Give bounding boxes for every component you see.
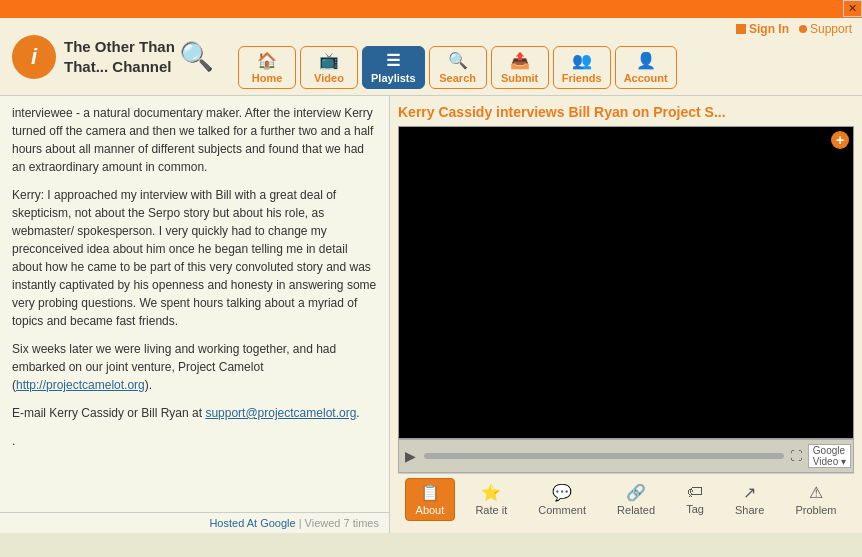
about-tab-label: About [416, 504, 445, 516]
tab-problem[interactable]: ⚠Problem [784, 478, 847, 521]
description-paragraph: interviewee - a natural documentary make… [12, 104, 377, 176]
nav-account[interactable]: 👤Account [615, 46, 677, 89]
submit-label: Submit [501, 72, 538, 84]
problem-tab-label: Problem [795, 504, 836, 516]
left-panel: interviewee - a natural documentary make… [0, 96, 390, 533]
comment-tab-icon: 💬 [552, 483, 572, 502]
video-player[interactable]: + [398, 126, 854, 439]
signin-icon [736, 24, 746, 34]
nav-search[interactable]: 🔍Search [429, 46, 487, 89]
tab-tag[interactable]: 🏷Tag [675, 478, 715, 521]
video-icon: 📺 [319, 51, 339, 70]
hosted-at-google-link[interactable]: Hosted At Google [209, 517, 295, 529]
friends-icon: 👥 [572, 51, 592, 70]
top-right: Sign In Support 🏠Home📺Video☰Playlists🔍Se… [230, 18, 862, 95]
signin-button[interactable]: Sign In [736, 22, 789, 36]
nav-playlists[interactable]: ☰Playlists [362, 46, 425, 89]
description-content[interactable]: interviewee - a natural documentary make… [0, 96, 389, 512]
related-tab-icon: 🔗 [626, 483, 646, 502]
nav-friends[interactable]: 👥Friends [553, 46, 611, 89]
video-controls: ▶ ⛶ GoogleVideo ▾ [398, 439, 854, 473]
bottom-tabs: 📋About⭐Rate it💬Comment🔗Related🏷Tag↗Share… [398, 473, 854, 525]
description-paragraph: . [12, 432, 377, 450]
playlists-label: Playlists [371, 72, 416, 84]
description-paragraph: Six weeks later we were living and worki… [12, 340, 377, 394]
nav-video[interactable]: 📺Video [300, 46, 358, 89]
submit-icon: 📤 [510, 51, 530, 70]
progress-bar[interactable] [424, 453, 784, 459]
friends-label: Friends [562, 72, 602, 84]
support-label: Support [810, 22, 852, 36]
fullscreen-button[interactable]: ⛶ [788, 449, 804, 463]
left-footer: Hosted At Google | Viewed 7 times [0, 512, 389, 533]
tab-share[interactable]: ↗Share [724, 478, 775, 521]
project-camelot-link[interactable]: http://projectcamelot.org [16, 378, 145, 392]
top-area: i The Other ThanThat... Channel 🔍 Sign I… [0, 18, 862, 96]
tab-rateit[interactable]: ⭐Rate it [464, 478, 518, 521]
description-paragraph: E-mail Kerry Cassidy or Bill Ryan at sup… [12, 404, 377, 422]
video-title: Kerry Cassidy interviews Bill Ryan on Pr… [398, 104, 854, 120]
playlists-icon: ☰ [386, 51, 400, 70]
share-tab-label: Share [735, 504, 764, 516]
account-icon: 👤 [636, 51, 656, 70]
comment-tab-label: Comment [538, 504, 586, 516]
video-label: Video [314, 72, 344, 84]
magnifier-icon: 🔍 [179, 40, 214, 73]
email-link[interactable]: support@projectcamelot.org [205, 406, 356, 420]
description-paragraph: Kerry: I approached my interview with Bi… [12, 186, 377, 330]
home-label: Home [252, 72, 283, 84]
share-tab-icon: ↗ [743, 483, 756, 502]
main-content: interviewee - a natural documentary make… [0, 96, 862, 533]
tab-comment[interactable]: 💬Comment [527, 478, 597, 521]
tag-tab-label: Tag [686, 503, 704, 515]
add-video-button[interactable]: + [831, 131, 849, 149]
nav-submit[interactable]: 📤Submit [491, 46, 549, 89]
signin-label: Sign In [749, 22, 789, 36]
channel-name: The Other ThanThat... Channel [64, 37, 175, 76]
google-video-logo: GoogleVideo ▾ [808, 444, 851, 468]
tab-about[interactable]: 📋About [405, 478, 456, 521]
titlebar: ✕ [0, 0, 862, 18]
signin-bar: Sign In Support [230, 18, 862, 40]
related-tab-label: Related [617, 504, 655, 516]
problem-tab-icon: ⚠ [809, 483, 823, 502]
play-button[interactable]: ▶ [401, 448, 420, 464]
rateit-tab-label: Rate it [475, 504, 507, 516]
logo-area: i The Other ThanThat... Channel 🔍 [0, 18, 230, 95]
about-tab-icon: 📋 [420, 483, 440, 502]
support-icon [799, 25, 807, 33]
logo-icon: i [12, 35, 56, 79]
views-count: | Viewed 7 times [299, 517, 379, 529]
home-icon: 🏠 [257, 51, 277, 70]
account-label: Account [624, 72, 668, 84]
nav-home[interactable]: 🏠Home [238, 46, 296, 89]
tab-related[interactable]: 🔗Related [606, 478, 666, 521]
rateit-tab-icon: ⭐ [481, 483, 501, 502]
right-panel: Kerry Cassidy interviews Bill Ryan on Pr… [390, 96, 862, 533]
nav-bar: 🏠Home📺Video☰Playlists🔍Search📤Submit👥Frie… [230, 40, 862, 95]
search-icon: 🔍 [448, 51, 468, 70]
search-label: Search [439, 72, 476, 84]
support-button[interactable]: Support [799, 22, 852, 36]
close-button[interactable]: ✕ [843, 0, 862, 17]
tag-tab-icon: 🏷 [687, 483, 703, 501]
